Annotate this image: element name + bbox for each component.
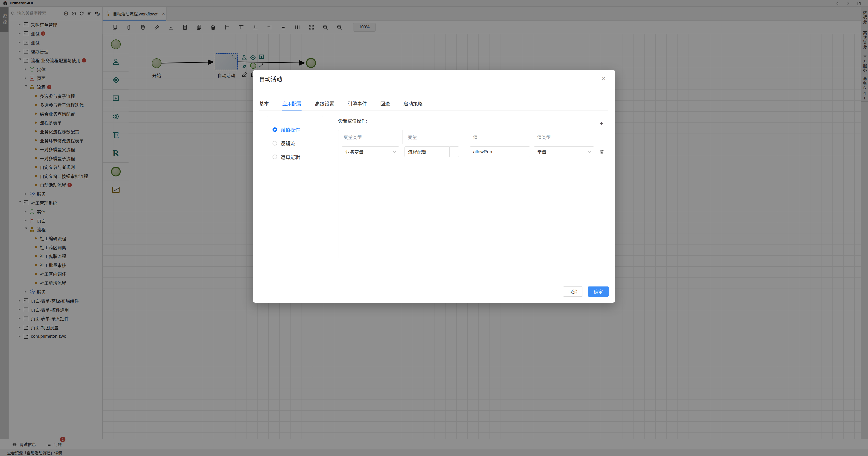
variable-picker-button[interactable]: ... xyxy=(450,146,459,157)
dialog-title: 自动活动 xyxy=(259,75,282,83)
column-header-variable-type: 变量类型 xyxy=(338,130,403,144)
dialog-tab[interactable]: 基本 xyxy=(259,100,269,111)
add-row-button[interactable]: + xyxy=(595,117,608,130)
column-header-value-type: 值类型 xyxy=(532,130,596,144)
dialog-tab[interactable]: 启动策略 xyxy=(403,100,423,111)
column-header-actions xyxy=(596,130,608,144)
variable-type-select[interactable]: 业务变量 xyxy=(342,146,399,157)
tabs-divider xyxy=(259,111,608,111)
ok-button[interactable]: 确定 xyxy=(588,286,609,296)
primeton-ide-window: Primeton-IDE 资源 AI En文 xyxy=(0,0,868,456)
dialog-tab[interactable]: 引擎事件 xyxy=(348,100,367,111)
auto-activity-dialog: 自动活动 ✕ 基本 应用配置 高级设置 引擎事件 回退 启动策略 赋值 xyxy=(253,70,615,303)
operation-radio-option[interactable]: 逻辑流 xyxy=(273,138,323,149)
variable-input[interactable] xyxy=(404,146,450,157)
dialog-tab[interactable]: 应用配置 xyxy=(282,100,302,111)
dialog-footer: 取消 确定 xyxy=(563,286,609,296)
delete-row-icon[interactable] xyxy=(599,149,604,154)
operation-radio-option[interactable]: 运算逻辑 xyxy=(273,151,323,163)
chevron-down-icon xyxy=(588,150,591,153)
radio-icon xyxy=(273,154,277,159)
radio-icon xyxy=(273,127,277,132)
variable-type-value: 业务变量 xyxy=(345,148,364,155)
value-type-select[interactable]: 常量 xyxy=(534,146,594,157)
cancel-button[interactable]: 取消 xyxy=(563,286,583,296)
assign-operations-label: 设置赋值操作: xyxy=(338,118,367,124)
table-row: 业务变量 ... 常量 xyxy=(338,144,608,160)
radio-option-label: 赋值操作 xyxy=(281,126,300,133)
operation-radio-option[interactable]: 赋值操作 xyxy=(273,124,323,135)
operation-type-panel: 赋值操作 逻辑流 运算逻辑 xyxy=(267,116,323,265)
dialog-tab[interactable]: 高级设置 xyxy=(315,100,334,111)
assignments-table: 变量类型 变量 值 值类型 业务变量 ... xyxy=(338,130,608,258)
radio-option-label: 运算逻辑 xyxy=(281,153,300,160)
dialog-tab[interactable]: 回退 xyxy=(380,100,390,111)
close-icon[interactable]: ✕ xyxy=(601,76,606,82)
column-header-variable: 变量 xyxy=(403,130,468,144)
chevron-down-icon xyxy=(393,150,396,153)
table-header-row: 变量类型 变量 值 值类型 xyxy=(338,130,608,144)
radio-icon xyxy=(273,141,277,146)
radio-option-label: 逻辑流 xyxy=(281,140,295,147)
column-header-value: 值 xyxy=(468,130,532,144)
dialog-tabs: 基本 应用配置 高级设置 引擎事件 回退 启动策略 xyxy=(259,100,423,111)
value-type-value: 常量 xyxy=(537,148,547,155)
value-input[interactable] xyxy=(470,146,530,157)
